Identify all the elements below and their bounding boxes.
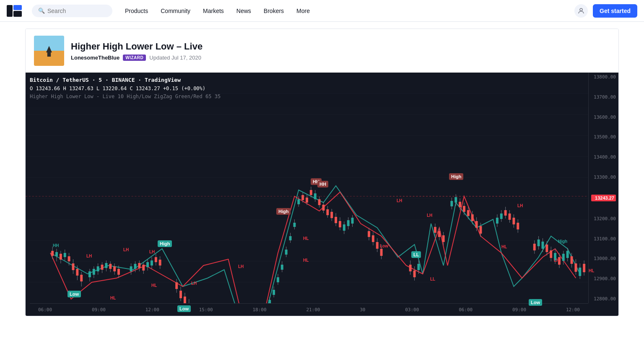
svg-rect-196 bbox=[558, 257, 561, 265]
svg-rect-108 bbox=[297, 199, 300, 204]
x-tick-11: 12:00 bbox=[566, 307, 580, 312]
svg-rect-130 bbox=[343, 224, 345, 231]
svg-rect-208 bbox=[583, 264, 585, 272]
svg-rect-160 bbox=[459, 202, 461, 207]
svg-rect-156 bbox=[450, 201, 453, 206]
svg-rect-186 bbox=[538, 239, 540, 246]
chart-card: Higher High Lower Low – Live LonesomeThe… bbox=[25, 29, 619, 316]
main-nav: Products Community Markets News Brokers … bbox=[119, 5, 574, 17]
svg-rect-96 bbox=[273, 290, 275, 295]
nav-markets[interactable]: Markets bbox=[197, 5, 230, 17]
y-tick-1: 13800.00 bbox=[591, 74, 616, 80]
y-tick-2: 13700.00 bbox=[591, 94, 616, 100]
svg-rect-126 bbox=[335, 217, 337, 223]
author-name: LonesomeTheBlue bbox=[71, 55, 119, 61]
svg-rect-198 bbox=[562, 254, 565, 261]
y-tick-5: 13400.00 bbox=[591, 154, 616, 160]
svg-rect-34 bbox=[88, 271, 91, 277]
svg-rect-106 bbox=[293, 223, 296, 227]
chart-title: Higher High Lower Low – Live bbox=[71, 41, 203, 52]
y-tick-9: 13000.00 bbox=[591, 256, 616, 261]
svg-rect-176 bbox=[504, 210, 507, 216]
svg-rect-174 bbox=[500, 213, 503, 219]
svg-rect-52 bbox=[134, 264, 137, 269]
svg-rect-58 bbox=[146, 262, 149, 267]
y-tick-8: 13100.00 bbox=[591, 236, 616, 242]
x-tick-3: 12:00 bbox=[145, 307, 159, 312]
svg-rect-116 bbox=[314, 193, 317, 199]
svg-point-3 bbox=[580, 8, 582, 11]
search-bar[interactable]: 🔍 bbox=[32, 5, 112, 17]
x-tick-8: 03:00 bbox=[405, 307, 419, 312]
svg-rect-22 bbox=[60, 254, 62, 260]
svg-rect-28 bbox=[72, 263, 75, 270]
avatar bbox=[34, 36, 64, 66]
svg-rect-54 bbox=[138, 263, 140, 268]
svg-rect-112 bbox=[306, 198, 308, 203]
svg-rect-110 bbox=[301, 195, 304, 200]
get-started-button[interactable]: Get started bbox=[593, 4, 637, 18]
main-header: 🔍 Products Community Markets News Broker… bbox=[0, 0, 644, 22]
svg-rect-148 bbox=[417, 264, 420, 270]
chart-meta: LonesomeTheBlue WIZARD Updated Jul 17, 2… bbox=[71, 55, 203, 61]
user-icon[interactable] bbox=[574, 4, 588, 18]
svg-rect-168 bbox=[475, 221, 478, 228]
indicator-line: Higher High Lower Low - Live 10 High/Low… bbox=[30, 93, 221, 101]
svg-rect-204 bbox=[574, 263, 577, 272]
svg-rect-124 bbox=[330, 212, 333, 218]
svg-rect-98 bbox=[277, 277, 279, 282]
svg-rect-146 bbox=[413, 271, 416, 277]
svg-rect-2 bbox=[13, 5, 22, 10]
nav-products[interactable]: Products bbox=[119, 5, 154, 17]
svg-rect-140 bbox=[376, 242, 379, 249]
logo[interactable] bbox=[7, 5, 22, 17]
nav-community[interactable]: Community bbox=[155, 5, 196, 17]
y-axis: 13800.00 13700.00 13600.00 13500.00 1340… bbox=[588, 73, 618, 303]
svg-rect-122 bbox=[326, 209, 329, 215]
ohlc-values: O 13243.66 H 13247.63 L 13220.64 C 13243… bbox=[30, 86, 205, 91]
svg-rect-134 bbox=[351, 218, 354, 224]
x-tick-6: 21:00 bbox=[306, 307, 320, 312]
svg-rect-136 bbox=[368, 231, 370, 237]
chart-svg bbox=[26, 73, 588, 303]
x-tick-5: 18:00 bbox=[253, 307, 267, 312]
svg-rect-1 bbox=[13, 11, 22, 17]
svg-rect-64 bbox=[159, 260, 161, 266]
nav-news[interactable]: News bbox=[231, 5, 257, 17]
svg-rect-24 bbox=[64, 253, 66, 257]
svg-rect-150 bbox=[434, 227, 436, 233]
svg-rect-188 bbox=[541, 242, 544, 249]
svg-rect-36 bbox=[93, 269, 95, 275]
y-tick-3: 13600.00 bbox=[591, 115, 616, 120]
svg-rect-38 bbox=[97, 266, 99, 271]
svg-rect-46 bbox=[113, 266, 116, 271]
y-tick-10: 12900.00 bbox=[591, 276, 616, 281]
svg-rect-68 bbox=[179, 291, 182, 298]
nav-brokers[interactable]: Brokers bbox=[258, 5, 290, 17]
svg-rect-152 bbox=[438, 231, 441, 237]
nav-more[interactable]: More bbox=[291, 5, 316, 17]
x-tick-1: 06:00 bbox=[38, 307, 52, 312]
svg-rect-166 bbox=[471, 214, 474, 221]
x-tick-2: 09:00 bbox=[92, 307, 106, 312]
svg-rect-190 bbox=[545, 245, 548, 252]
svg-rect-0 bbox=[7, 5, 13, 17]
svg-rect-60 bbox=[151, 260, 153, 266]
svg-rect-194 bbox=[554, 253, 556, 260]
svg-rect-180 bbox=[512, 218, 515, 224]
svg-rect-70 bbox=[184, 297, 186, 303]
svg-rect-26 bbox=[68, 256, 70, 261]
x-tick-9: 06:00 bbox=[459, 307, 473, 312]
svg-rect-178 bbox=[509, 213, 511, 220]
x-axis: 06:00 09:00 12:00 15:00 18:00 21:00 30 0… bbox=[30, 303, 588, 316]
svg-rect-162 bbox=[463, 206, 465, 212]
svg-rect-144 bbox=[409, 265, 412, 271]
search-input[interactable] bbox=[47, 8, 106, 14]
svg-rect-50 bbox=[130, 266, 132, 271]
header-right: Get started bbox=[574, 4, 637, 18]
svg-rect-40 bbox=[101, 265, 104, 270]
svg-rect-120 bbox=[322, 205, 325, 211]
svg-rect-132 bbox=[347, 220, 350, 226]
svg-rect-182 bbox=[517, 223, 519, 229]
y-tick-11: 12800.00 bbox=[591, 296, 616, 302]
